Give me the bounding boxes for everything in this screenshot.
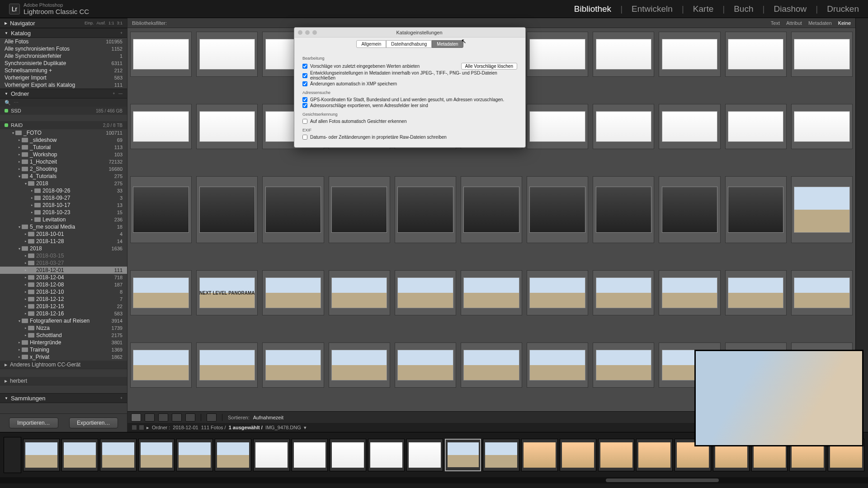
thumbnail-cell[interactable] (262, 270, 324, 315)
checkbox[interactable] (302, 97, 307, 102)
filter-attribut[interactable]: Attribut (786, 20, 802, 26)
folder-item[interactable]: ▸2018-10-2315 (0, 209, 127, 216)
thumbnail-cell[interactable] (725, 32, 787, 77)
checkbox[interactable] (302, 103, 307, 108)
filmstrip-scrollbar[interactable] (0, 477, 868, 483)
thumbnail-cell[interactable] (593, 270, 654, 315)
thumbnail-cell[interactable] (196, 343, 258, 388)
folder-item[interactable]: ▼_FOTO100711 (0, 129, 127, 136)
folder-item[interactable]: ▸2018-09-2633 (0, 187, 127, 194)
folder-item[interactable]: ▸2018-11-2814 (0, 238, 127, 245)
sort-value[interactable]: Aufnahmezeit (253, 415, 283, 420)
folder-item[interactable]: ▸Nizza1739 (0, 324, 127, 332)
folder-item[interactable]: ▸Schottland2175 (0, 332, 127, 339)
filmstrip-thumb[interactable] (100, 439, 137, 471)
thumbnail-cell[interactable] (395, 270, 456, 315)
dialog-tab-allgemein[interactable]: Allgemein (356, 40, 386, 48)
catalog-item[interactable]: Vorheriger Export als Katalog111 (0, 81, 127, 89)
dialog-titlebar[interactable]: Katalogeinstellungen (294, 28, 525, 38)
path-seg[interactable]: 2018-12-01 (173, 425, 198, 430)
module-tab-bibliothek[interactable]: Bibliothek (574, 4, 611, 14)
filmstrip-thumb[interactable] (368, 439, 405, 471)
thumbnail-cell[interactable] (130, 343, 192, 388)
thumbnail-cell[interactable] (196, 176, 258, 243)
thumbnail-cell[interactable] (659, 176, 720, 243)
filmstrip-thumb[interactable] (560, 439, 596, 471)
thumbnail-cell[interactable] (659, 104, 720, 149)
folder-item[interactable]: ▸2018-12-108 (0, 288, 127, 296)
zoom-icon[interactable] (312, 30, 317, 35)
filmstrip-thumb[interactable] (330, 439, 366, 471)
thumbnail-cell[interactable] (593, 104, 654, 149)
thumbnail-cell[interactable] (130, 32, 192, 77)
nav-zoom-3:1[interactable]: 3:1 (117, 21, 123, 25)
dialog-tab-metadaten[interactable]: Metadaten (432, 40, 463, 48)
folder-item[interactable]: ▸2018-12-08187 (0, 281, 127, 288)
grid-view-icon[interactable] (131, 413, 141, 422)
checkbox[interactable] (302, 64, 307, 69)
thumbnail-cell[interactable] (527, 343, 588, 388)
other-user-row[interactable]: ▶herbert (0, 377, 127, 385)
dialog-tab-dateihandhabung[interactable]: Dateihandhabung (386, 40, 432, 48)
filmstrip-thumb[interactable] (598, 439, 635, 471)
painter-icon[interactable] (207, 413, 217, 422)
survey-view-icon[interactable] (172, 413, 182, 422)
thumbnail-cell[interactable] (130, 104, 192, 149)
module-tab-entwickeln[interactable]: Entwickeln (632, 4, 673, 14)
window-traffic-lights[interactable] (298, 30, 317, 35)
catalog-item[interactable]: Schnellsammlung +212 (0, 67, 127, 74)
thumbnail-cell[interactable]: NEXT LEVEL PANORAMA (196, 270, 258, 315)
thumbnail-cell[interactable] (395, 176, 456, 243)
thumbnail-cell[interactable] (262, 343, 324, 388)
folder-item[interactable]: ▸_slideshow69 (0, 136, 127, 144)
folder-item[interactable]: ▼Fotografieren auf Reisen3914 (0, 317, 127, 324)
navigator-header[interactable]: ▶ Navigator Einp.Ausf.1:13:1 (0, 18, 127, 28)
folders-header[interactable]: ▼ Ordner + — (0, 89, 127, 99)
nav-zoom-Einp.[interactable]: Einp. (85, 21, 94, 25)
thumbnail-cell[interactable] (593, 343, 654, 388)
thumbnail-cell[interactable] (196, 32, 258, 77)
other-device-row[interactable]: ▶Anderes Lightroom CC-Gerät (0, 361, 127, 369)
filmstrip-thumb[interactable] (215, 439, 251, 471)
navigator-zoom-modes[interactable]: Einp.Ausf.1:13:1 (85, 21, 123, 25)
close-icon[interactable] (298, 30, 302, 35)
folder-item[interactable]: ▸Training1369 (0, 346, 127, 353)
folder-item[interactable]: ▸2018-03-27 (0, 259, 127, 267)
minimize-icon[interactable] (305, 30, 310, 35)
thumbnail-cell[interactable] (725, 104, 787, 149)
filmstrip-thumb[interactable] (636, 439, 673, 471)
export-button[interactable]: Exportieren… (69, 418, 118, 428)
folder-item[interactable]: ▸2018-09-273 (0, 194, 127, 202)
thumbnail-cell[interactable] (461, 270, 522, 315)
thumbnail-cell[interactable] (329, 343, 390, 388)
filmstrip-thumb[interactable] (445, 439, 481, 471)
folder-item[interactable]: ▸_Tutorial113 (0, 144, 127, 151)
thumbnail-cell[interactable] (329, 176, 390, 243)
folder-item[interactable]: ▸2018-10-1713 (0, 202, 127, 209)
thumbnail-cell[interactable] (725, 270, 787, 315)
folder-item[interactable]: ▸Levitation236 (0, 216, 127, 223)
folder-item[interactable]: ▸2018-12-127 (0, 296, 127, 303)
filmstrip-thumb[interactable] (138, 439, 175, 471)
folder-item[interactable]: ▸_Workshop103 (0, 151, 127, 158)
thumbnail-cell[interactable] (527, 270, 588, 315)
nav-zoom-1:1[interactable]: 1:1 (108, 21, 114, 25)
checkbox[interactable] (302, 81, 307, 86)
filmstrip-thumb[interactable] (23, 439, 60, 471)
volume-raid[interactable]: RAID 2,0 / 8 TB (0, 121, 127, 129)
nav-zoom-Ausf.[interactable]: Ausf. (96, 21, 106, 25)
folder-item[interactable]: ▼2018275 (0, 180, 127, 187)
thumbnail-cell[interactable] (527, 32, 588, 77)
catalog-item[interactable]: Alle Fotos101955 (0, 38, 127, 45)
module-tab-karte[interactable]: Karte (693, 4, 713, 14)
folder-item[interactable]: ▸2018-12-1522 (0, 303, 127, 310)
volume-ssd[interactable]: SSD 185 / 466 GB (0, 107, 127, 115)
filter-metadaten[interactable]: Metadaten (808, 20, 832, 26)
folder-item[interactable]: ▸2018-12-01111 (0, 267, 127, 274)
folder-item[interactable]: ▼20181636 (0, 245, 127, 252)
checkbox[interactable] (302, 119, 307, 124)
thumbnail-cell[interactable] (791, 32, 853, 77)
thumbnail-cell[interactable] (527, 104, 588, 149)
thumbnail-cell[interactable] (593, 32, 654, 77)
checkbox[interactable] (302, 135, 307, 140)
